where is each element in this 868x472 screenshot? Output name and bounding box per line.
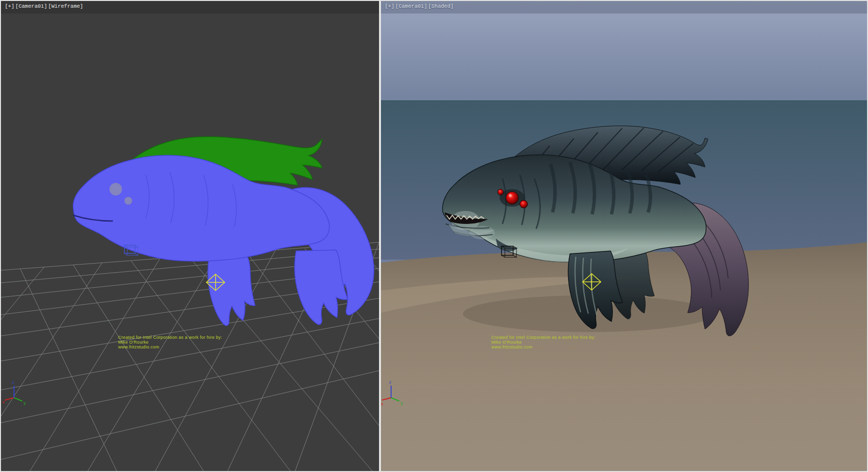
credits-line-2: Mike O'Rourke [118,340,149,345]
viewport-shaded[interactable]: Created for Intel Corporation as a work … [381,1,867,471]
credits-line-3: www.fritzstudio.com [118,345,159,349]
credits-line-2: Mike O'Rourke [491,340,522,345]
viewport-menu-general[interactable]: [+] [385,3,394,9]
viewport-menu-shading[interactable]: [Wireframe] [48,3,83,9]
dual-viewport-stage: Created for Intel Corporation as a work … [0,0,868,472]
shaded-scene-canvas: Created for Intel Corporation as a work … [381,1,867,471]
credits-line-1: Created for Intel Corporation as a work … [491,335,596,340]
fish-front-leg-fin[interactable] [208,255,255,326]
axis-y-label: y [24,401,26,405]
wireframe-scene-canvas: Created for Intel Corporation as a work … [1,1,379,471]
viewport-menu-general[interactable]: [+] [5,3,14,9]
credits-line-1: Created for Intel Corporation as a work … [118,335,222,340]
fish-rear-leg-fin[interactable] [295,250,348,325]
fish-model-wireframe[interactable] [73,137,374,326]
viewport-label: [+] [Camera01] [Wireframe] [5,3,83,9]
sky [381,1,867,100]
axis-z-label: z [12,380,14,385]
scene-credits-text: Created for Intel Corporation as a work … [118,335,222,349]
fish-eye-tertiary [498,189,503,195]
axis-x-label: x [2,400,5,404]
credits-line-3: www.fritzstudio.com [491,345,532,349]
eye-highlight [509,194,512,197]
fish-eye-spot-small [124,197,132,205]
viewport-menu-pov[interactable]: [Camera01] [395,3,427,9]
viewport-label: [+] [Camera01] [Shaded] [385,3,454,9]
fish-eye-secondary [520,200,528,208]
viewport-wireframe[interactable]: Created for Intel Corporation as a work … [1,1,379,471]
fish-eye-spot-large [109,183,122,195]
axis-z-label: z [389,380,392,385]
fish-eye-main [506,192,518,204]
viewport-menu-shading[interactable]: [Shaded] [428,3,454,9]
axis-x-label: x [381,402,383,406]
viewport-menu-pov[interactable]: [Camera01] [15,3,47,9]
axis-y-label: y [401,401,403,405]
